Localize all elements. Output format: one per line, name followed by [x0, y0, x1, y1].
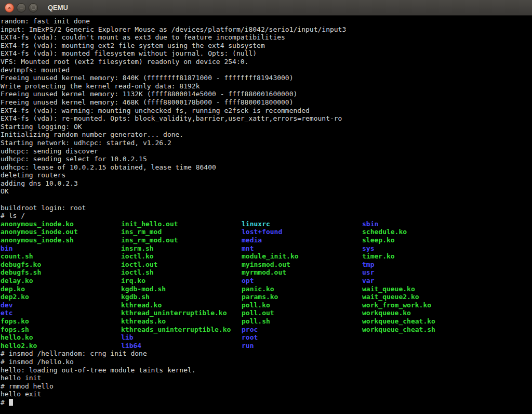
close-icon: ✕ [8, 5, 11, 10]
file-entry: mnt [242, 244, 362, 253]
terminal-line: udhcpc: sending select for 10.0.2.15 [1, 155, 532, 163]
file-entry: myrmmod.out [242, 268, 362, 277]
file-entry: debugfs.sh [1, 268, 121, 277]
file-entry: dep2.ko [1, 293, 121, 301]
ls-column: sbinschedule.kosleep.kosystimer.kotmpusr… [362, 220, 483, 333]
file-entry: dep.ko [1, 285, 121, 293]
file-entry: fops.sh [1, 326, 121, 334]
file-entry: hello.ko [1, 333, 121, 342]
file-entry: media [242, 236, 362, 244]
file-entry: ioctl.out [121, 261, 242, 269]
terminal-line: hello: loading out-of-tree module taints… [1, 366, 532, 374]
file-entry: ioctl.sh [121, 268, 242, 277]
file-entry: hello2.ko [1, 342, 121, 350]
file-entry: tmp [362, 261, 483, 269]
terminal-line: input: ImExPS/2 Generic Explorer Mouse a… [1, 25, 532, 34]
file-entry: params.ko [242, 293, 362, 301]
terminal-line: devtmpfs: mounted [1, 66, 532, 74]
terminal-line: Freeing unused kernel memory: 1132K (fff… [1, 90, 532, 98]
file-entry: kthread_uninterruptible.ko [121, 309, 242, 317]
file-entry: work_from_work.ko [362, 301, 483, 309]
file-entry: anonymous_inode.sh [1, 236, 121, 244]
file-entry: anonymous_inode.ko [1, 220, 121, 228]
maximize-button[interactable] [29, 3, 38, 12]
terminal-line: Initializing random number generator... … [1, 131, 532, 139]
file-entry: panic.ko [242, 285, 362, 293]
terminal-line: VFS: Mounted root (ext2 filesystem) read… [1, 58, 532, 66]
file-entry: ins_rm_mod [121, 228, 242, 236]
minimize-icon: – [20, 5, 23, 10]
file-entry: lib [121, 333, 242, 342]
file-entry: poll.out [242, 309, 362, 317]
file-entry: etc [1, 309, 121, 317]
minimize-button[interactable]: – [17, 3, 26, 12]
file-entry: usr [362, 268, 483, 277]
terminal-line: buildroot login: root [1, 204, 532, 212]
file-entry: opt [242, 277, 362, 285]
terminal-line: Starting network: udhcpc: started, v1.26… [1, 139, 532, 147]
file-entry: kgdb-mod.sh [121, 285, 242, 293]
file-entry: anonymous_inode.out [1, 228, 121, 236]
post-log: # insmod /hellrandom: crng init done# in… [1, 350, 532, 398]
file-entry: wait_queue.ko [362, 285, 483, 293]
qemu-window: ✕ – QEMU random: fast init doneinput: Im… [0, 0, 532, 414]
file-entry: myinsmod.out [242, 261, 362, 269]
file-entry: init_hello.out [121, 220, 242, 228]
prompt-line: # [1, 398, 532, 407]
file-entry: workqueue.ko [362, 309, 483, 317]
terminal-line: # ls / [1, 212, 532, 220]
terminal-line [1, 196, 532, 204]
terminal-line: EXT4-fs (vda): mounting ext2 file system… [1, 42, 532, 50]
terminal-line: # rmmod hello [1, 382, 532, 391]
file-entry: sbin [362, 220, 483, 228]
boot-log: random: fast init doneinput: ImExPS/2 Ge… [1, 17, 532, 220]
file-entry: var [362, 277, 483, 285]
file-entry: poll.sh [242, 317, 362, 326]
terminal[interactable]: random: fast init doneinput: ImExPS/2 Ge… [0, 16, 532, 414]
file-entry: root [242, 333, 362, 342]
file-entry: kthreads_uninterruptible.ko [121, 326, 242, 334]
terminal-line: EXT4-fs (vda): warning: mounting uncheck… [1, 107, 532, 115]
terminal-line: random: fast init done [1, 17, 532, 25]
file-entry: kthreads.ko [121, 317, 242, 326]
file-entry: sys [362, 244, 483, 253]
file-entry: lib64 [121, 342, 242, 350]
terminal-line: Freeing unused kernel memory: 840K (ffff… [1, 74, 532, 82]
terminal-line: EXT4-fs (vda): re-mounted. Opts: block_v… [1, 114, 532, 123]
file-entry: kgdb.sh [121, 293, 242, 301]
ls-column: anonymous_inode.koanonymous_inode.outano… [1, 220, 121, 350]
titlebar[interactable]: ✕ – QEMU [0, 0, 532, 16]
ls-column: linuxrclost+foundmediamntmodule_init.kom… [242, 220, 362, 350]
file-entry: wait_queue2.ko [362, 293, 483, 301]
terminal-line: OK [1, 187, 532, 196]
file-entry: insrm.sh [121, 244, 242, 253]
terminal-line: udhcpc: sending discover [1, 147, 532, 156]
terminal-line: deleting routers [1, 171, 532, 179]
ls-output: anonymous_inode.koanonymous_inode.outano… [1, 220, 532, 350]
file-entry: module_init.ko [242, 252, 362, 261]
terminal-line: EXT4-fs (vda): couldn't mount as ext3 du… [1, 33, 532, 42]
file-entry: workqueue_cheat.ko [362, 317, 483, 326]
file-entry: kthread.ko [121, 301, 242, 309]
terminal-line: Starting logging: OK [1, 123, 532, 131]
file-entry: ins_rm_mod.out [121, 236, 242, 244]
terminal-line: Write protecting the kernel read-only da… [1, 82, 532, 90]
file-entry: count.sh [1, 252, 121, 261]
file-entry: debugfs.ko [1, 261, 121, 269]
file-entry: irq.ko [121, 277, 242, 285]
file-entry: timer.ko [362, 252, 483, 261]
file-entry: ioctl.ko [121, 252, 242, 261]
close-button[interactable]: ✕ [5, 3, 14, 12]
terminal-cursor [9, 399, 13, 406]
terminal-line: # insmod /hello.ko [1, 358, 532, 366]
file-entry: schedule.ko [362, 228, 483, 236]
maximize-icon [32, 6, 35, 9]
file-entry: fops.ko [1, 317, 121, 326]
terminal-line: Freeing unused kernel memory: 468K (ffff… [1, 98, 532, 107]
terminal-line: EXT4-fs (vda): mounted filesystem withou… [1, 49, 532, 58]
shell-prompt: # [1, 398, 9, 406]
terminal-line: hello init [1, 374, 532, 382]
file-entry: dev [1, 301, 121, 309]
terminal-line: hello exit [1, 390, 532, 398]
file-entry: bin [1, 244, 121, 253]
